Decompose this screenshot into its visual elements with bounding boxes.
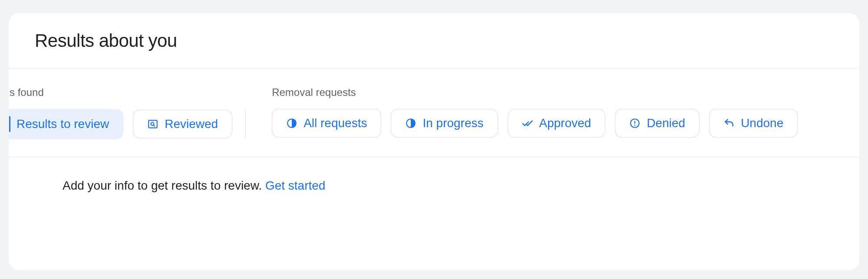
progress-icon (286, 118, 297, 129)
chip-reviewed[interactable]: Reviewed (133, 110, 232, 138)
undo-icon (723, 118, 735, 129)
chip-denied[interactable]: Denied (615, 109, 700, 138)
chip-label: Results to review (17, 117, 109, 131)
chip-undone[interactable]: Undone (709, 109, 798, 138)
chip-label: In progress (422, 116, 483, 130)
results-about-you-card: Results about you s found Results to rev… (9, 13, 859, 270)
chip-label: Reviewed (165, 117, 218, 131)
chip-label: All requests (304, 116, 367, 130)
svg-point-1 (151, 122, 154, 125)
info-row: Add your info to get results to review. … (9, 157, 859, 193)
chip-label: Undone (741, 116, 783, 130)
tab-group-removal-requests: Removal requests All requests (272, 86, 798, 138)
svg-line-2 (154, 125, 155, 126)
pageview-icon (147, 118, 158, 130)
header: Results about you (9, 13, 859, 69)
get-started-link[interactable]: Get started (265, 179, 326, 192)
double-check-icon (522, 118, 533, 129)
chip-all-requests[interactable]: All requests (272, 109, 381, 138)
group-label-removal: Removal requests (272, 86, 798, 98)
group-label-results: s found (9, 86, 232, 98)
chip-results-to-review[interactable]: Results to review (9, 109, 123, 139)
svg-point-7 (634, 125, 636, 126)
group-divider (245, 111, 246, 138)
active-indicator-bar (9, 116, 10, 132)
chip-row-removal: All requests In progress (272, 109, 798, 138)
chip-in-progress[interactable]: In progress (391, 109, 498, 138)
chip-row-results: Results to review Reviewed (9, 109, 232, 139)
progress-icon (405, 118, 416, 129)
alert-circle-icon (629, 118, 640, 129)
page-title: Results about you (35, 30, 859, 51)
tab-group-results-found: s found Results to review Reviewed (9, 86, 232, 139)
svg-rect-0 (149, 120, 157, 128)
tabs-row: s found Results to review Reviewed (9, 69, 859, 157)
info-text: Add your info to get results to review. (63, 179, 265, 192)
chip-label: Approved (539, 116, 591, 130)
chip-label: Denied (647, 116, 685, 130)
chip-approved[interactable]: Approved (508, 109, 606, 138)
